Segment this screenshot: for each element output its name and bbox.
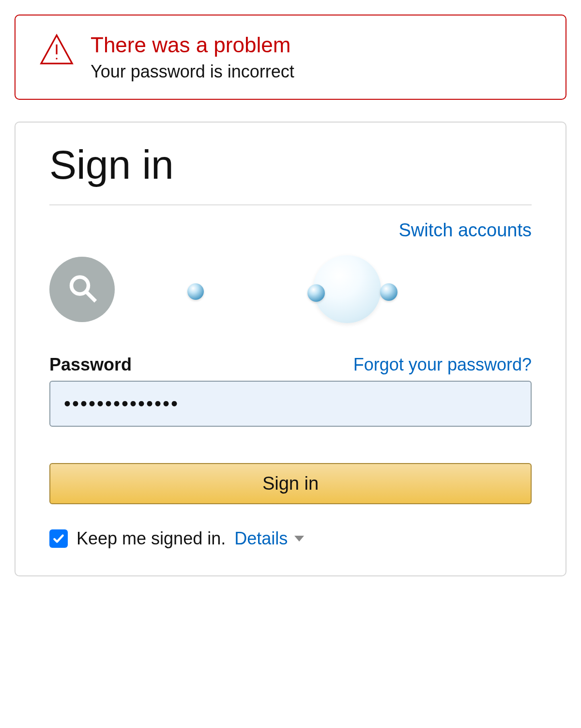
svg-line-4 [86,292,95,301]
caret-down-icon [294,536,304,542]
account-decoration [134,255,532,323]
error-text: There was a problem Your password is inc… [91,32,294,82]
decorative-orb-icon [187,283,204,300]
svg-point-2 [56,58,58,60]
details-link[interactable]: Details [234,528,304,549]
keep-signed-in-label: Keep me signed in. [76,528,226,549]
switch-accounts-link[interactable]: Switch accounts [398,220,532,240]
signin-heading: Sign in [49,144,532,185]
account-row [49,255,532,323]
divider [49,204,532,205]
avatar-icon [49,257,115,322]
password-label: Password [49,355,132,375]
forgot-password-link[interactable]: Forgot your password? [353,355,532,375]
keep-signed-in-checkbox[interactable] [49,529,68,548]
signin-button[interactable]: Sign in [49,463,532,504]
warning-triangle-icon [40,32,74,68]
signin-card: Sign in Switch accounts Password Forgot … [15,122,566,576]
error-message: Your password is incorrect [91,62,294,82]
details-link-text: Details [234,528,288,549]
svg-point-3 [71,277,88,294]
error-title: There was a problem [91,33,294,57]
decorative-orb-icon [380,283,398,301]
error-alert: There was a problem Your password is inc… [15,15,566,100]
password-input[interactable] [49,381,532,427]
